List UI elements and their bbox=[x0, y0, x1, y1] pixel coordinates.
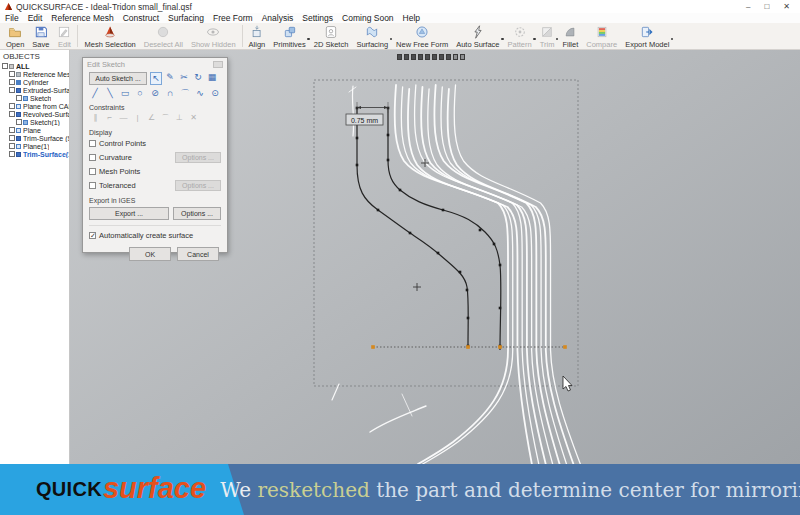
tree-item-checkbox[interactable] bbox=[9, 143, 15, 149]
fillet-arc-icon[interactable]: ⌒ bbox=[179, 88, 191, 99]
dropdown-more-icon[interactable] bbox=[671, 38, 674, 41]
toolbar-align[interactable]: Align bbox=[245, 23, 270, 49]
auto-create-surface-checkbox[interactable]: ✓ bbox=[89, 232, 96, 239]
tree-item-plane-1[interactable]: Plane(1) bbox=[0, 142, 69, 150]
toolbar-pattern[interactable]: Pattern bbox=[504, 23, 536, 49]
pencil-icon[interactable]: ✎ bbox=[164, 72, 176, 85]
curvature-checkbox[interactable] bbox=[89, 154, 96, 161]
polyline-icon[interactable]: ╲ bbox=[104, 88, 116, 99]
toolbar-edit[interactable]: Edit bbox=[53, 23, 75, 49]
tree-item-checkbox[interactable] bbox=[9, 111, 15, 117]
tree-item-checkbox[interactable] bbox=[16, 95, 22, 101]
toolbar-separator bbox=[242, 25, 243, 47]
spline-icon[interactable]: ∿ bbox=[194, 88, 206, 99]
tree-item-cylinder[interactable]: Cylinder bbox=[0, 78, 69, 86]
tree-item-trim-surface-solid-b[interactable]: Trim-Surface (Solid B bbox=[0, 134, 69, 142]
toolbar-save[interactable]: Save bbox=[28, 23, 53, 49]
point-icon[interactable]: ⊙ bbox=[209, 88, 221, 99]
toleranced-checkbox[interactable] bbox=[89, 182, 96, 189]
sketch-spline-left[interactable] bbox=[357, 108, 468, 347]
tree-item-reference-mesh[interactable]: Reference Mesh bbox=[0, 70, 69, 78]
cursor-icon[interactable]: ↖ bbox=[150, 72, 162, 85]
tree-item-checkbox[interactable] bbox=[9, 79, 15, 85]
menu-surfacing[interactable]: Surfacing bbox=[168, 13, 204, 23]
maximize-button[interactable]: □ bbox=[764, 2, 769, 11]
tree-item-checkbox[interactable] bbox=[9, 127, 15, 133]
curvature-options-button[interactable]: Options ... bbox=[175, 152, 221, 163]
tree-item-sketch[interactable]: Sketch bbox=[0, 94, 69, 102]
menu-file[interactable]: File bbox=[5, 13, 19, 23]
tree-item-revolved-surface-s[interactable]: Revolved-Surface (S bbox=[0, 110, 69, 118]
toolbar-surfacing[interactable]: Surfacing bbox=[352, 23, 392, 49]
toolbar-export-model[interactable]: Export Model bbox=[621, 23, 673, 49]
toolbar-mesh-selection[interactable]: Mesh Selection bbox=[80, 23, 139, 49]
tree-item-checkbox[interactable] bbox=[16, 119, 22, 125]
tree-item-checkbox[interactable] bbox=[2, 63, 8, 69]
cancel-button[interactable]: Cancel bbox=[177, 247, 219, 261]
toolbar-open[interactable]: Open bbox=[2, 23, 28, 49]
tree-item-trim-surface-1-soli[interactable]: Trim-Surface(1) (Soli bbox=[0, 150, 69, 158]
tree-item-plane-from-cad[interactable]: Plane from CAD bbox=[0, 102, 69, 110]
menu-edit[interactable]: Edit bbox=[28, 13, 43, 23]
toolbar-2d-sketch[interactable]: 2D Sketch bbox=[310, 23, 353, 49]
dialog-pin-icon[interactable] bbox=[213, 61, 223, 68]
toolbar-label-save: Save bbox=[32, 40, 49, 49]
toolbar-fillet[interactable]: Fillet bbox=[558, 23, 582, 49]
tree-item-plane[interactable]: Plane bbox=[0, 126, 69, 134]
circle-icon[interactable]: ○ bbox=[134, 88, 146, 99]
toolbar-show-hidden[interactable]: Show Hidden bbox=[187, 23, 240, 49]
coincident-icon[interactable]: ⌐ bbox=[105, 113, 114, 124]
eye-icon bbox=[206, 25, 220, 39]
menu-coming-soon[interactable]: Coming Soon bbox=[342, 13, 394, 23]
toolbar-compare[interactable]: Compare bbox=[582, 23, 621, 49]
rectangle-icon[interactable]: ▭ bbox=[119, 88, 131, 99]
toleranced-options-button[interactable]: Options ... bbox=[175, 180, 221, 191]
horizontal-icon[interactable]: — bbox=[119, 113, 128, 124]
angle-icon[interactable]: ∠ bbox=[147, 113, 156, 124]
menu-help[interactable]: Help bbox=[403, 13, 420, 23]
vertical-icon[interactable]: | bbox=[133, 113, 142, 124]
scissors-icon[interactable]: ✂ bbox=[178, 72, 190, 85]
tangent-icon[interactable]: ⌒ bbox=[161, 113, 170, 124]
toolbar-trim[interactable]: Trim bbox=[536, 23, 559, 49]
toolbar-auto-surface[interactable]: Auto Surface bbox=[452, 23, 503, 49]
menu-construct[interactable]: Construct bbox=[123, 13, 159, 23]
dimension-label[interactable]: 0.75 mm bbox=[351, 117, 378, 124]
ellipse-icon[interactable]: ⊘ bbox=[149, 88, 161, 99]
menu-free-form[interactable]: Free Form bbox=[213, 13, 253, 23]
export-button[interactable]: Export ... bbox=[89, 207, 169, 220]
fillet-icon bbox=[563, 25, 577, 39]
close-button[interactable]: ✕ bbox=[783, 2, 790, 11]
export-options-button[interactable]: Options ... bbox=[173, 207, 221, 220]
minimize-button[interactable]: – bbox=[746, 2, 750, 11]
menu-analysis[interactable]: Analysis bbox=[262, 13, 294, 23]
menu-reference-mesh[interactable]: Reference Mesh bbox=[51, 13, 113, 23]
tree-item-sketch-1[interactable]: Sketch(1) bbox=[0, 118, 69, 126]
toolbar-deselect-all[interactable]: Deselect All bbox=[140, 23, 187, 49]
grid-icon[interactable]: ▦ bbox=[206, 72, 218, 85]
tree-item-checkbox[interactable] bbox=[9, 71, 15, 77]
cylinder-icon bbox=[16, 80, 21, 85]
parallel-icon[interactable]: ∥ bbox=[91, 113, 100, 124]
toolbar-new-free-form[interactable]: New Free Form bbox=[392, 23, 452, 49]
remove-icon[interactable]: ✕ bbox=[189, 113, 198, 124]
rotate-icon[interactable]: ↻ bbox=[192, 72, 204, 85]
display-option-toleranced: TolerancedOptions ... bbox=[89, 179, 221, 192]
line-icon[interactable]: ╱ bbox=[89, 88, 101, 99]
primitives-icon bbox=[283, 25, 297, 39]
display-section-label: Display bbox=[89, 129, 221, 136]
tree-item-all[interactable]: ALL bbox=[0, 62, 69, 70]
tree-item-checkbox[interactable] bbox=[9, 87, 15, 93]
tree-item-checkbox[interactable] bbox=[9, 103, 15, 109]
tree-item-extruded-surface-su[interactable]: Extruded-Surface (Su bbox=[0, 86, 69, 94]
arc-icon[interactable]: ∩ bbox=[164, 88, 176, 99]
mesh-points-checkbox[interactable] bbox=[89, 168, 96, 175]
control-points-checkbox[interactable] bbox=[89, 140, 96, 147]
tree-item-checkbox[interactable] bbox=[9, 151, 15, 157]
tree-item-checkbox[interactable] bbox=[9, 135, 15, 141]
menu-settings[interactable]: Settings bbox=[302, 13, 333, 23]
toolbar-primitives[interactable]: Primitives bbox=[269, 23, 310, 49]
ok-button[interactable]: OK bbox=[129, 247, 171, 261]
auto-sketch-button[interactable]: Auto Sketch ... bbox=[89, 72, 147, 85]
perpendicular-icon[interactable]: ⊥ bbox=[175, 113, 184, 124]
